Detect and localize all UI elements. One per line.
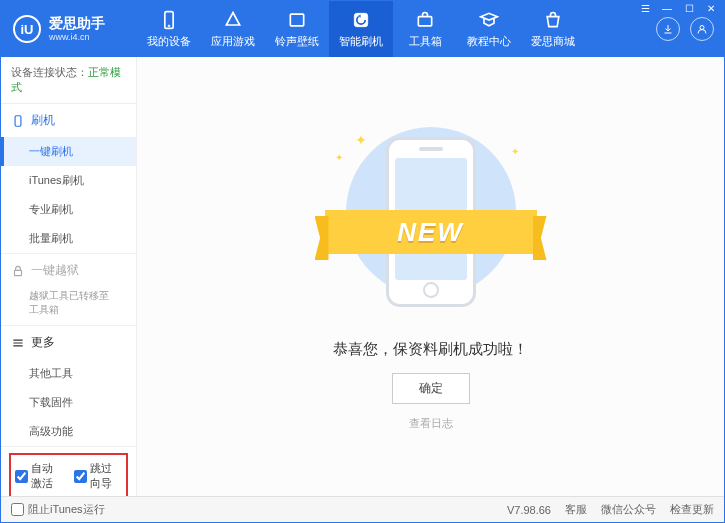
- tutorial-icon: [479, 10, 499, 30]
- phone-small-icon: [11, 114, 25, 128]
- store-icon: [543, 10, 563, 30]
- user-button[interactable]: [690, 17, 714, 41]
- skip-guide-checkbox[interactable]: 跳过向导: [74, 461, 123, 491]
- svg-point-1: [168, 25, 170, 27]
- svg-rect-7: [15, 270, 22, 275]
- ok-button[interactable]: 确定: [392, 373, 470, 404]
- block-itunes-checkbox[interactable]: 阻止iTunes运行: [11, 502, 105, 517]
- sidebar-item-itunes-flash[interactable]: iTunes刷机: [1, 166, 136, 195]
- sidebar-head-label: 一键越狱: [31, 262, 79, 279]
- svg-rect-4: [418, 16, 431, 25]
- wallpaper-icon: [287, 10, 307, 30]
- menu-icon[interactable]: ☰: [638, 3, 652, 14]
- success-illustration: ✦ ✦ ✦ NEW: [331, 122, 531, 322]
- sidebar: 设备连接状态：正常模式 刷机 一键刷机 iTunes刷机 专业刷机 批量刷机 一…: [1, 57, 137, 496]
- window-controls: ☰ — ☐ ✕: [638, 3, 718, 14]
- sparkle-icon: ✦: [335, 152, 343, 163]
- status-label: 设备连接状态：: [11, 66, 88, 78]
- nav-label: 我的设备: [147, 34, 191, 49]
- sidebar-head-label: 更多: [31, 334, 55, 351]
- sidebar-item-pro-flash[interactable]: 专业刷机: [1, 195, 136, 224]
- sparkle-icon: ✦: [355, 132, 367, 148]
- sidebar-head-flash[interactable]: 刷机: [1, 104, 136, 137]
- sidebar-head-label: 刷机: [31, 112, 55, 129]
- titlebar-actions: [646, 17, 724, 41]
- brand-url: www.i4.cn: [49, 32, 105, 43]
- check-update-link[interactable]: 检查更新: [670, 502, 714, 517]
- nav-smart-flash[interactable]: 智能刷机: [329, 1, 393, 57]
- nav-label: 爱思商城: [531, 34, 575, 49]
- maximize-icon[interactable]: ☐: [682, 3, 696, 14]
- nav-my-device[interactable]: 我的设备: [137, 1, 201, 57]
- new-ribbon: NEW: [325, 210, 537, 254]
- sidebar-item-other-tools[interactable]: 其他工具: [1, 359, 136, 388]
- auto-activate-checkbox[interactable]: 自动激活: [15, 461, 64, 491]
- titlebar: iU 爱思助手 www.i4.cn 我的设备 应用游戏 铃声壁纸 智能刷机: [1, 1, 724, 57]
- brand: iU 爱思助手 www.i4.cn: [1, 15, 137, 43]
- nav-label: 应用游戏: [211, 34, 255, 49]
- sidebar-head-more[interactable]: 更多: [1, 326, 136, 359]
- lock-icon: [11, 264, 25, 278]
- sidebar-item-batch-flash[interactable]: 批量刷机: [1, 224, 136, 253]
- version-label: V7.98.66: [507, 504, 551, 516]
- success-message: 恭喜您，保资料刷机成功啦！: [333, 340, 528, 359]
- nav-store[interactable]: 爱思商城: [521, 1, 585, 57]
- nav-label: 教程中心: [467, 34, 511, 49]
- svg-point-5: [700, 26, 704, 30]
- menu-lines-icon: [11, 336, 25, 350]
- connection-status: 设备连接状态：正常模式: [1, 57, 136, 104]
- minimize-icon[interactable]: —: [660, 3, 674, 14]
- footer: 阻止iTunes运行 V7.98.66 客服 微信公众号 检查更新: [1, 496, 724, 522]
- sidebar-item-advanced[interactable]: 高级功能: [1, 417, 136, 446]
- sidebar-item-oneclick-flash[interactable]: 一键刷机: [1, 137, 136, 166]
- close-icon[interactable]: ✕: [704, 3, 718, 14]
- sidebar-head-jailbreak[interactable]: 一键越狱: [1, 254, 136, 287]
- jailbreak-note: 越狱工具已转移至 工具箱: [1, 287, 136, 325]
- brand-title: 爱思助手: [49, 15, 105, 32]
- options-box: 自动激活 跳过向导: [9, 453, 128, 499]
- svg-rect-6: [15, 115, 21, 126]
- customer-service-link[interactable]: 客服: [565, 502, 587, 517]
- download-button[interactable]: [656, 17, 680, 41]
- apps-icon: [223, 10, 243, 30]
- brand-logo-icon: iU: [13, 15, 41, 43]
- toolbox-icon: [415, 10, 435, 30]
- main-nav: 我的设备 应用游戏 铃声壁纸 智能刷机 工具箱 教程中心: [137, 1, 646, 57]
- sidebar-item-download-fw[interactable]: 下载固件: [1, 388, 136, 417]
- nav-label: 工具箱: [409, 34, 442, 49]
- nav-label: 智能刷机: [339, 34, 383, 49]
- nav-apps-games[interactable]: 应用游戏: [201, 1, 265, 57]
- nav-label: 铃声壁纸: [275, 34, 319, 49]
- phone-icon: [159, 10, 179, 30]
- nav-ringtones[interactable]: 铃声壁纸: [265, 1, 329, 57]
- svg-rect-2: [290, 14, 303, 26]
- wechat-link[interactable]: 微信公众号: [601, 502, 656, 517]
- nav-tutorials[interactable]: 教程中心: [457, 1, 521, 57]
- app-window: ☰ — ☐ ✕ iU 爱思助手 www.i4.cn 我的设备 应用游戏 铃声壁纸: [0, 0, 725, 523]
- nav-toolbox[interactable]: 工具箱: [393, 1, 457, 57]
- sparkle-icon: ✦: [511, 146, 519, 157]
- flash-icon: [351, 10, 371, 30]
- main-content: ✦ ✦ ✦ NEW 恭喜您，保资料刷机成功啦！ 确定 查看日志: [137, 57, 724, 496]
- view-log-link[interactable]: 查看日志: [409, 416, 453, 431]
